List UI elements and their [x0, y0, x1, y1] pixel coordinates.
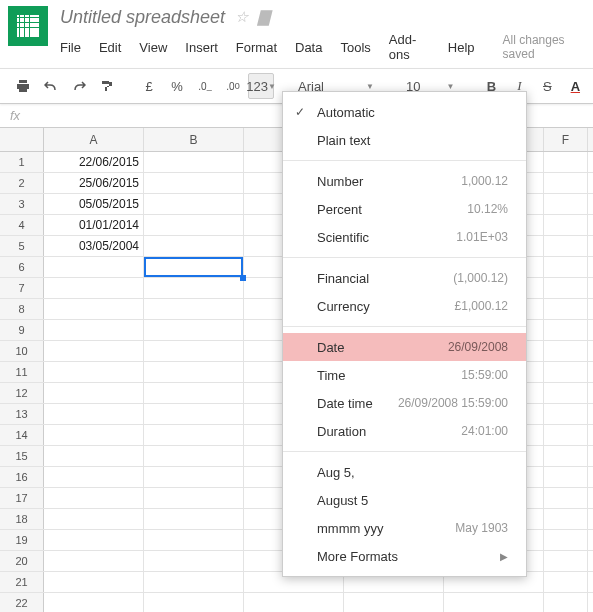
cell[interactable]	[544, 236, 588, 256]
row-header[interactable]: 3	[0, 194, 44, 214]
cell[interactable]	[544, 446, 588, 466]
cell[interactable]	[544, 488, 588, 508]
cell[interactable]	[144, 362, 244, 382]
cell[interactable]	[544, 551, 588, 571]
menu-format[interactable]: Format	[236, 40, 277, 55]
cell[interactable]	[544, 173, 588, 193]
format-more[interactable]: More Formats▶	[283, 542, 526, 570]
cell[interactable]	[44, 446, 144, 466]
increase-decimal-button[interactable]: .00	[220, 73, 246, 99]
cell[interactable]	[544, 341, 588, 361]
format-percent[interactable]: Percent10.12%	[283, 195, 526, 223]
menu-view[interactable]: View	[139, 40, 167, 55]
cell[interactable]	[44, 551, 144, 571]
cell[interactable]	[144, 341, 244, 361]
menu-data[interactable]: Data	[295, 40, 322, 55]
cell[interactable]	[44, 257, 144, 277]
row-header[interactable]: 5	[0, 236, 44, 256]
format-currency[interactable]: Currency£1,000.12	[283, 292, 526, 320]
row-header[interactable]: 14	[0, 425, 44, 445]
cell[interactable]	[544, 362, 588, 382]
cell[interactable]	[544, 278, 588, 298]
select-all-corner[interactable]	[0, 128, 44, 151]
row-header[interactable]: 11	[0, 362, 44, 382]
row-header[interactable]: 12	[0, 383, 44, 403]
cell[interactable]	[144, 488, 244, 508]
cell[interactable]: 25/06/2015	[44, 173, 144, 193]
format-number[interactable]: Number1,000.12	[283, 167, 526, 195]
cell[interactable]	[544, 299, 588, 319]
cell[interactable]	[544, 152, 588, 172]
cell[interactable]	[544, 425, 588, 445]
cell[interactable]	[144, 509, 244, 529]
row-header[interactable]: 4	[0, 215, 44, 235]
cell[interactable]	[144, 194, 244, 214]
row-header[interactable]: 6	[0, 257, 44, 277]
cell[interactable]	[44, 467, 144, 487]
cell[interactable]	[144, 383, 244, 403]
row-header[interactable]: 18	[0, 509, 44, 529]
format-august5[interactable]: August 5	[283, 486, 526, 514]
cell[interactable]	[144, 572, 244, 592]
row-header[interactable]: 22	[0, 593, 44, 612]
row-header[interactable]: 17	[0, 488, 44, 508]
menu-edit[interactable]: Edit	[99, 40, 121, 55]
cell[interactable]	[544, 404, 588, 424]
format-automatic[interactable]: Automatic	[283, 98, 526, 126]
star-icon[interactable]: ☆	[235, 8, 248, 26]
col-header-b[interactable]: B	[144, 128, 244, 151]
cell[interactable]	[44, 320, 144, 340]
cell[interactable]	[144, 152, 244, 172]
format-plain-text[interactable]: Plain text	[283, 126, 526, 154]
decrease-decimal-button[interactable]: .0_	[192, 73, 218, 99]
format-time[interactable]: Time15:59:00	[283, 361, 526, 389]
row-header[interactable]: 10	[0, 341, 44, 361]
cell[interactable]	[244, 593, 344, 612]
cell[interactable]	[44, 572, 144, 592]
cell[interactable]	[44, 488, 144, 508]
row-header[interactable]: 2	[0, 173, 44, 193]
format-duration[interactable]: Duration24:01:00	[283, 417, 526, 445]
row-header[interactable]: 16	[0, 467, 44, 487]
redo-button[interactable]	[66, 73, 92, 99]
number-format-button[interactable]: 123 ▼	[248, 73, 274, 99]
strike-button[interactable]: S	[534, 73, 560, 99]
menu-file[interactable]: File	[60, 40, 81, 55]
col-header-a[interactable]: A	[44, 128, 144, 151]
cell[interactable]	[544, 383, 588, 403]
print-button[interactable]	[10, 73, 36, 99]
cell[interactable]	[544, 257, 588, 277]
cell[interactable]	[544, 320, 588, 340]
doc-title[interactable]: Untitled spreadsheet	[60, 7, 225, 28]
menu-insert[interactable]: Insert	[185, 40, 218, 55]
cell[interactable]	[144, 299, 244, 319]
cell[interactable]: 05/05/2015	[44, 194, 144, 214]
row-header[interactable]: 13	[0, 404, 44, 424]
row-header[interactable]: 21	[0, 572, 44, 592]
cell[interactable]	[444, 593, 544, 612]
cell[interactable]	[144, 173, 244, 193]
menu-tools[interactable]: Tools	[340, 40, 370, 55]
cell[interactable]: 22/06/2015	[44, 152, 144, 172]
col-header-f[interactable]: F	[544, 128, 588, 151]
percent-button[interactable]: %	[164, 73, 190, 99]
cell[interactable]	[144, 320, 244, 340]
cell[interactable]	[544, 530, 588, 550]
cell[interactable]	[44, 341, 144, 361]
cell[interactable]	[144, 404, 244, 424]
row-header[interactable]: 1	[0, 152, 44, 172]
cell[interactable]	[44, 362, 144, 382]
cell[interactable]	[44, 278, 144, 298]
cell[interactable]	[144, 593, 244, 612]
row-header[interactable]: 7	[0, 278, 44, 298]
cell[interactable]	[44, 299, 144, 319]
cell[interactable]	[144, 467, 244, 487]
menu-addons[interactable]: Add-ons	[389, 32, 430, 62]
currency-button[interactable]: £	[136, 73, 162, 99]
row-header[interactable]: 19	[0, 530, 44, 550]
cell[interactable]	[44, 509, 144, 529]
undo-button[interactable]	[38, 73, 64, 99]
text-color-button[interactable]: A	[562, 73, 588, 99]
cell[interactable]	[144, 236, 244, 256]
cell[interactable]: 01/01/2014	[44, 215, 144, 235]
